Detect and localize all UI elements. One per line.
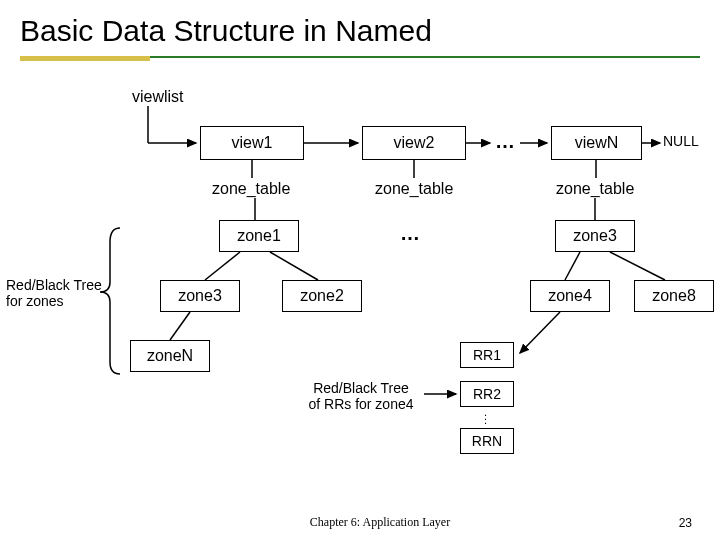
footer-text: Chapter 6: Application Layer: [20, 515, 720, 530]
title-rule: [20, 56, 700, 59]
svg-line-11: [205, 252, 240, 280]
svg-line-12: [270, 252, 318, 280]
page-number: 23: [679, 516, 692, 530]
svg-line-15: [170, 312, 190, 340]
svg-line-16: [520, 312, 560, 353]
svg-line-14: [610, 252, 665, 280]
svg-line-13: [565, 252, 580, 280]
connectors-svg: [0, 70, 720, 490]
diagram-canvas: viewlist view1 view2 viewN … NULL zone_t…: [0, 70, 720, 490]
slide-title: Basic Data Structure in Named: [20, 14, 700, 48]
